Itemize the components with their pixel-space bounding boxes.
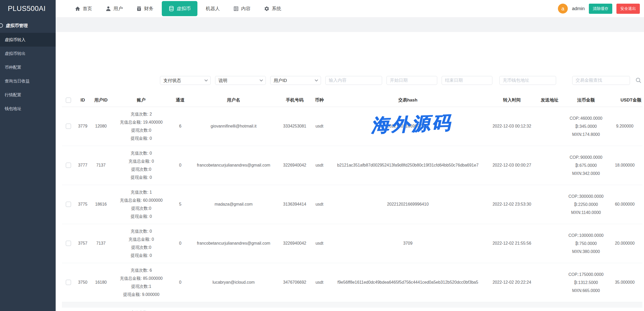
hash-cell: f9e56ff8e1611ed0dc49bdea6465f5d756c4441c…	[327, 263, 488, 302]
end-date-input[interactable]	[442, 76, 492, 85]
usdt-amount-cell: 60.000000	[608, 185, 642, 224]
row-checkbox[interactable]	[66, 241, 71, 246]
username-cell: lucabryan@icloud.com	[189, 263, 278, 302]
usdt-amount-cell: 18.000000	[608, 146, 642, 185]
nav-label: 虚拟币	[177, 5, 191, 12]
nav-item-robot[interactable]: 机器人	[199, 0, 227, 17]
nav-label: 首页	[83, 5, 92, 12]
col-user-id: 用户ID	[91, 94, 111, 107]
content-input[interactable]	[325, 76, 382, 85]
username-cell: madaza@gmail.com	[189, 185, 278, 224]
table-row: 3777 7137 充值次数: 0充值总金额: 0提现次数:0提现金额: 0 0…	[62, 146, 642, 185]
sidebar-item-daily-revenue[interactable]: 查询当日收益	[0, 74, 56, 88]
user-id-select[interactable]: 用户ID	[270, 76, 321, 85]
nav-label: 内容	[241, 5, 250, 12]
username-cell: giovannifinelli@hotmail.it	[189, 107, 278, 146]
user-id-link[interactable]: 7137	[91, 146, 111, 185]
search-button[interactable]	[635, 77, 642, 84]
start-date-input[interactable]	[387, 76, 437, 85]
content-top-band	[56, 17, 644, 32]
content-icon	[233, 6, 239, 11]
search-icon	[635, 77, 642, 84]
time-cell: 2022-12-03 00:12:32	[488, 107, 535, 146]
nav-label: 用户	[113, 5, 123, 12]
user-id-link[interactable]: 16180	[91, 263, 111, 302]
col-hash: 交易hash	[327, 94, 488, 107]
safe-logout-button[interactable]: 安全退出	[616, 4, 640, 14]
sidebar-item-coin-config[interactable]: 币种配置	[0, 60, 56, 74]
nav-item-finance[interactable]: 财务	[130, 0, 160, 17]
sidebar-item-crypto-deposit[interactable]: 虚拟币转入	[0, 33, 56, 47]
username-cell: francobetancurjulianandres@gmail.com	[189, 224, 278, 263]
nav-label: 财务	[144, 5, 153, 12]
time-cell: 2022-12-02 20:22:24	[488, 263, 535, 302]
phone-cell: 3136394414	[278, 185, 312, 224]
wallet-address-input[interactable]	[499, 76, 556, 85]
nav-item-system[interactable]: 系统	[257, 0, 288, 17]
chevron-down-icon	[315, 78, 318, 81]
fiat-amount-cell: COP.:175000.0000₿:1312.5000MXN:665.0000	[564, 263, 608, 302]
nav-item-crypto[interactable]: 虚拟币	[162, 1, 197, 16]
usdt-amount-cell: 20.000000	[608, 224, 642, 263]
col-coin: 币种	[312, 94, 327, 107]
pay-status-select[interactable]: 支付状态	[160, 76, 211, 85]
phone-cell: 3334253081	[278, 107, 312, 146]
usdt-amount-cell: 9.200000	[608, 107, 642, 146]
usdt-amount-cell: 35.000000	[608, 263, 642, 302]
select-value: 用户ID	[274, 78, 287, 84]
table-body: 3779 12080 充值次数: 2充值总金额: 19.400000提现次数:0…	[62, 107, 642, 302]
account-cell: 充值次数: 6	[111, 308, 171, 311]
send-address-cell	[535, 107, 564, 146]
id-cell: 3750	[75, 263, 91, 302]
nav-item-users[interactable]: 用户	[99, 0, 130, 17]
page: PLUS500AI 虚拟币管理 虚拟币转入 虚拟币转出 币种配置 查询当日收益 …	[0, 0, 644, 311]
user-id-link[interactable]: 7137	[91, 224, 111, 263]
send-address-cell	[535, 224, 564, 263]
coins-icon	[169, 6, 174, 11]
channel-cell: 0	[171, 224, 189, 263]
user-icon	[106, 6, 111, 11]
row-gap	[62, 302, 642, 308]
clear-cache-button[interactable]: 清除缓存	[589, 4, 612, 14]
hash-cell: 3709	[327, 224, 488, 263]
sidebar-item-wallet-address[interactable]: 钱包地址	[0, 102, 56, 116]
col-account: 账户	[111, 94, 171, 107]
user-id-link[interactable]: 18616	[91, 185, 111, 224]
description-select[interactable]: 说明	[215, 76, 266, 85]
amount-search-input[interactable]	[572, 76, 630, 85]
avatar[interactable]: a	[558, 4, 568, 14]
fiat-amount-cell: COP.:46000.0000₿:345.0000MXN:174.8000	[564, 107, 608, 146]
phone-cell: 3226940042	[278, 224, 312, 263]
home-icon	[75, 6, 80, 11]
sidebar-section-label: 虚拟币管理	[6, 23, 28, 29]
phone-cell: 3476706692	[278, 263, 312, 302]
user-id-link[interactable]: 12080	[91, 107, 111, 146]
chevron-down-icon	[260, 78, 263, 81]
nav-item-home[interactable]: 首页	[68, 0, 99, 17]
id-cell: 3777	[75, 146, 91, 185]
sidebar-nav: 虚拟币管理 虚拟币转入 虚拟币转出 币种配置 查询当日收益 行情配置 钱包地址	[0, 17, 56, 116]
admin-username[interactable]: admin	[572, 6, 585, 11]
row-checkbox[interactable]	[66, 124, 71, 129]
fiat-amount-cell: COP.:300000.0000₿:2250.0000MXN:1140.0000	[564, 185, 608, 224]
username-cell: francobetancurjulianandres@gmail.com	[189, 146, 278, 185]
row-checkbox[interactable]	[66, 202, 71, 207]
sidebar-item-market-config[interactable]: 行情配置	[0, 88, 56, 102]
row-checkbox[interactable]	[66, 163, 71, 168]
table-row: 3779 12080 充值次数: 2充值总金额: 19.400000提现次数:0…	[62, 107, 642, 146]
select-value: 支付状态	[163, 78, 181, 84]
table-row: 3757 7137 充值次数: 0充值总金额: 0提现次数:0提现金额: 0 0…	[62, 224, 642, 263]
sidebar-section-crypto-management: 虚拟币管理	[0, 18, 56, 33]
sidebar-item-crypto-withdraw[interactable]: 虚拟币转出	[0, 47, 56, 60]
send-address-cell	[535, 146, 564, 185]
row-checkbox[interactable]	[66, 280, 71, 285]
col-username: 用户名	[189, 94, 278, 107]
select-all-checkbox[interactable]	[66, 98, 71, 103]
finance-icon	[136, 6, 142, 11]
id-cell: 3779	[75, 107, 91, 146]
top-nav: 首页 用户 财务	[56, 0, 644, 17]
channel-cell: 6	[171, 107, 189, 146]
table-row: 3750 16180 充值次数: 6充值总金额: 85.000000提现次数:1…	[62, 263, 642, 302]
nav-item-content[interactable]: 内容	[227, 0, 257, 17]
channel-cell: 5	[171, 185, 189, 224]
